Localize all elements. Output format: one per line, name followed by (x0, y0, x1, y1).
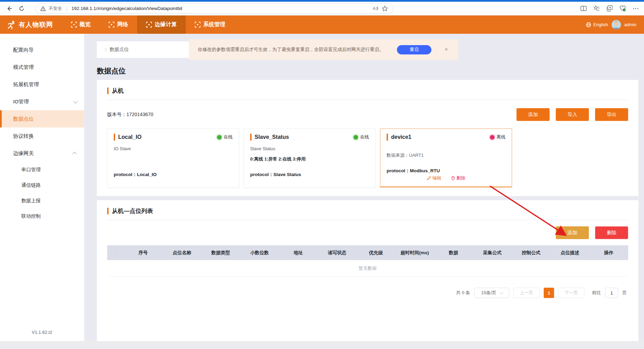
card-protocol: protocol：Modbus_RTU (387, 168, 505, 174)
chevron-down-icon (73, 99, 78, 103)
divider (107, 220, 628, 220)
tab-label: 系统管理 (203, 21, 225, 28)
points-buttons: 添加 删除 (107, 226, 628, 239)
points-section-heading: 从机—点位列表 (107, 207, 628, 215)
tab-label: 网络 (117, 21, 128, 28)
url-separator: | (66, 6, 67, 11)
card-accent-bar (114, 134, 115, 141)
import-button[interactable]: 导入 (556, 108, 589, 121)
status-badge: 离线 (490, 134, 505, 140)
slave-panel: 从机 版本号：1720143670 添加 导入 导出 Local_IO 在线 (97, 80, 638, 196)
card-title: Slave_Status (250, 134, 289, 141)
sidebar-item-mode-management[interactable]: 模式管理 (0, 59, 84, 76)
page-bottom-strip (0, 341, 644, 349)
split-screen-icon[interactable] (580, 5, 587, 12)
sidebar-item-expander-management[interactable]: 拓展机管理 (0, 76, 84, 93)
banner-close-icon[interactable]: × (444, 46, 448, 53)
browser-essentials-icon[interactable] (619, 5, 626, 12)
current-page-button[interactable]: 1 (544, 288, 554, 298)
card-description: IO Slave (114, 146, 233, 151)
sidebar-item-data-reporting[interactable]: 数据上报 (0, 193, 84, 208)
warning-icon (40, 6, 46, 11)
slave-card-local-io[interactable]: Local_IO 在线 IO Slave protocol：Local_IO (107, 129, 239, 188)
points-table: 序号 点位名称 数据类型 小数位数 地址 读写状态 优先级 超时时间(ms) 数… (107, 245, 628, 260)
next-page-button[interactable]: 下一页 (558, 288, 584, 298)
nav-tabs: 概览 网络 边缘计算 系统管理 (62, 16, 234, 34)
read-aloud-icon[interactable]: A (372, 5, 379, 12)
sidebar-item-data-points[interactable]: 数据点位 (0, 110, 84, 127)
page-size-select[interactable]: 15条/页 (474, 288, 509, 298)
language-switcher[interactable]: English (586, 22, 608, 28)
add-point-button[interactable]: 添加 (556, 226, 589, 239)
status-badge: 在线 (354, 134, 369, 140)
sidebar-item-linkage-control[interactable]: 联动控制 (0, 208, 84, 224)
sidebar-item-label: 数据上报 (21, 198, 76, 204)
prev-page-button[interactable]: 上一页 (513, 288, 540, 298)
restart-button[interactable]: 重启 (397, 45, 431, 54)
settings-more-icon[interactable] (632, 5, 639, 12)
page-title: 数据点位 (97, 66, 638, 76)
brand: 有人物联网 (0, 20, 62, 29)
username-label[interactable]: admin (624, 22, 636, 27)
sidebar-item-label: 模式管理 (13, 64, 76, 71)
select-all-checkbox[interactable] (115, 250, 116, 256)
card-accent-bar (387, 134, 388, 141)
navbar-right: English admin (586, 20, 644, 29)
tab-overview[interactable]: 概览 (62, 16, 100, 34)
goto-page-input[interactable] (605, 288, 618, 298)
trash-icon (451, 176, 455, 180)
sidebar: 配置向导 模式管理 拓展机管理 IO管理 数据点位 协议转换 边缘网关 串口管理… (0, 34, 84, 341)
sidebar-item-config-wizard[interactable]: 配置向导 (0, 41, 84, 59)
export-button[interactable]: 导出 (595, 108, 628, 121)
add-slave-button[interactable]: 添加 (517, 108, 550, 121)
delete-point-button[interactable]: 删除 (595, 226, 628, 239)
brand-name: 有人物联网 (19, 20, 53, 29)
slave-card-slave-status[interactable]: Slave_Status 在线 Slave Status 0:离线 1:异常 2… (244, 129, 376, 188)
app-navbar: 有人物联网 概览 网络 边缘计算 系统管理 English admin (0, 16, 644, 34)
favorite-star-icon[interactable] (381, 5, 388, 12)
sidebar-item-serial-management[interactable]: 串口管理 (0, 162, 84, 177)
column-header: 点位名称 (163, 245, 202, 260)
banner-message: 你修改的参数项需重启后才可生效，为了避免重复重启，全部设置完成后对网关进行重启。 (198, 47, 384, 53)
slave-card-device1[interactable]: device1 离线 数据来源：UART1 protocol：Modbus_RT… (380, 129, 512, 188)
pagination-total: 共 0 条 (456, 290, 470, 296)
edit-device-link[interactable]: 编辑 (427, 175, 441, 181)
sidebar-item-io-management[interactable]: IO管理 (0, 93, 84, 110)
column-header: 数据 (434, 245, 473, 260)
column-header: 操作 (589, 245, 628, 260)
tab-network[interactable]: 网络 (100, 16, 137, 34)
tab-system-management[interactable]: 系统管理 (186, 16, 234, 34)
sidebar-item-edge-gateway[interactable]: 边缘网关 (0, 145, 84, 162)
user-avatar[interactable] (612, 20, 621, 29)
goto-label: 前往 (592, 290, 601, 296)
svg-text:A: A (373, 6, 376, 11)
table-empty-state: 暂无数据 (107, 260, 628, 277)
chevron-down-icon (500, 291, 503, 294)
version-number: 版本号：1720143670 (107, 112, 153, 118)
points-panel: 从机—点位列表 添加 删除 序号 点位名称 数据类型 小数位数 地址 读写状态 (97, 200, 638, 341)
delete-device-link[interactable]: 删除 (451, 175, 466, 181)
card-actions: 编辑 删除 (387, 175, 505, 181)
collections-icon[interactable] (606, 5, 613, 12)
version-label: 版本号： (107, 112, 126, 117)
address-bar[interactable]: 不安全 | 192.168.1.1/#/origin/edgecalculati… (35, 3, 393, 14)
main-content: 数据点位 你修改的参数项需重启后才可生效，为了避免重复重启，全部设置完成后对网关… (84, 34, 644, 341)
column-header: 点位描述 (551, 245, 590, 260)
sidebar-item-label: 串口管理 (21, 167, 76, 173)
refresh-icon[interactable] (17, 4, 26, 13)
browser-toolbar: 不安全 | 192.168.1.1/#/origin/edgecalculati… (0, 2, 644, 16)
column-header: 序号 (124, 245, 163, 260)
slave-section-heading: 从机 (107, 87, 628, 95)
viewfinder-icon (109, 22, 114, 28)
tab-edge-computing[interactable]: 边缘计算 (137, 16, 186, 34)
back-icon[interactable] (5, 4, 14, 13)
sidebar-item-label: 联动控制 (21, 213, 76, 219)
slave-buttons: 添加 导入 导出 (517, 108, 628, 121)
viewfinder-icon (71, 22, 77, 28)
breadcrumb: 数据点位 (97, 41, 189, 58)
online-dot-icon (217, 135, 222, 140)
favorites-bar-icon[interactable] (593, 5, 600, 12)
sidebar-item-communication-links[interactable]: 通信链路 (0, 177, 84, 193)
sidebar-item-protocol-conversion[interactable]: 协议转换 (0, 127, 84, 145)
section-title: 从机—点位列表 (112, 207, 153, 215)
